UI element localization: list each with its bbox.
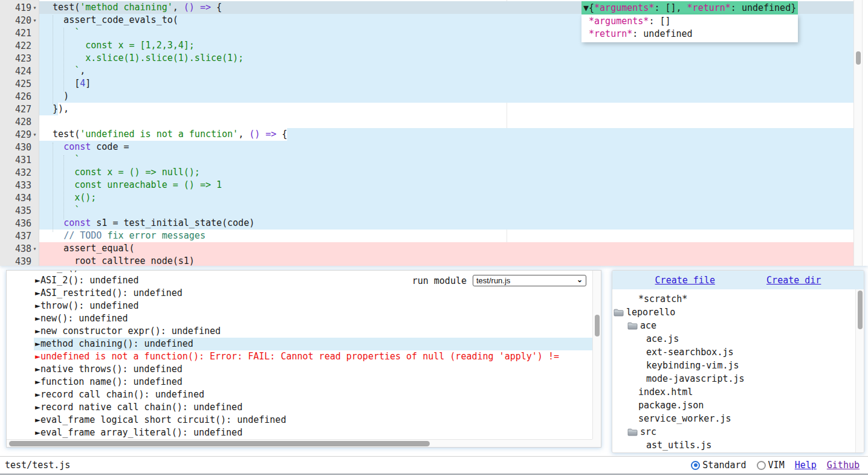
gutter-line: 424 — [0, 65, 39, 77]
value-tooltip-entry[interactable]: *return*: undefined — [583, 28, 794, 40]
file-tree-file[interactable]: keybinding-vim.js — [612, 359, 855, 372]
radio-selected-icon[interactable] — [691, 461, 700, 470]
editor-line[interactable]: }), — [0, 103, 853, 115]
editor-line-text: }), — [42, 103, 69, 115]
file-tree-label: service_worker.js — [638, 413, 731, 424]
test-result-row[interactable]: ►ASI_restrited(): undefined — [7, 287, 592, 300]
file-tree-scrollbar[interactable] — [855, 289, 864, 452]
editor-line-text: const x = () => null(); — [42, 166, 200, 179]
editor-line[interactable]: // TODO fix error messages — [0, 230, 853, 242]
editor-line[interactable]: const s1 = test_initial_state(code) — [0, 217, 853, 230]
editor-line[interactable]: `, — [0, 65, 853, 77]
gutter-line: 439 — [0, 255, 39, 266]
value-tooltip-entry[interactable]: *arguments*: [] — [583, 15, 794, 28]
line-number: 439 — [15, 256, 31, 266]
editor-line[interactable]: const unreachable = () => 1 — [0, 179, 853, 191]
test-result-row[interactable]: ►record call chain(): undefined — [7, 388, 592, 401]
results-vscrollbar-thumb[interactable] — [595, 315, 600, 336]
run-module-select[interactable]: test/run.js ⌄ — [473, 275, 586, 286]
editor-line[interactable]: test('undefined is not a function', () =… — [0, 128, 853, 141]
create-dir-link[interactable]: Create dir — [766, 275, 821, 286]
test-result-row[interactable]: ►throw(): undefined — [7, 300, 592, 312]
test-result-row[interactable]: ►new constructor expr(): undefined — [7, 325, 592, 338]
value-tooltip-header[interactable]: ▼{*arguments*: [], *return*: undefined} — [581, 1, 798, 14]
help-link[interactable]: Help — [795, 460, 817, 471]
test-result-row[interactable]: ►undefined is not a function(): Error: F… — [7, 350, 592, 363]
file-tree-file[interactable]: package.json — [612, 399, 855, 412]
file-tree-folder[interactable]: leporello — [612, 306, 855, 319]
keybinding-vim-label: VIM — [768, 460, 785, 471]
value-tooltip: ▼{*arguments*: [], *return*: undefined} … — [581, 1, 798, 42]
results-hscrollbar-thumb[interactable] — [9, 441, 430, 446]
line-number: 422 — [15, 40, 31, 51]
editor-line-text: // TODO fix error messages — [42, 230, 206, 242]
indent-guide — [53, 143, 53, 232]
gutter-line: 435 — [0, 204, 39, 217]
file-tree-file[interactable]: ast_utils.js — [612, 439, 855, 451]
gutter-line: 425 — [0, 77, 39, 90]
fold-arrow-icon[interactable]: ▾ — [31, 131, 38, 138]
status-bar: test/test.js Standard VIM Help Github — [0, 456, 868, 475]
create-file-link[interactable]: Create file — [655, 275, 715, 286]
test-result-row[interactable]: ►method chaining(): undefined — [7, 338, 592, 350]
line-number: 429 — [15, 129, 31, 140]
editor-line[interactable]: const x = () => null(); — [0, 166, 853, 179]
keybinding-standard-option[interactable]: Standard — [691, 460, 746, 471]
line-number: 427 — [15, 104, 31, 115]
editor-line[interactable]: ` — [0, 204, 853, 217]
file-tree-file[interactable]: ext-searchbox.js — [612, 346, 855, 359]
editor-line-text: const unreachable = () => 1 — [42, 179, 222, 191]
test-result-row[interactable]: ►function name(): undefined — [7, 376, 592, 388]
line-number: 430 — [15, 142, 31, 153]
file-tree-folder[interactable]: src — [612, 425, 855, 439]
results-vertical-scrollbar[interactable] — [592, 271, 601, 439]
file-tree-file[interactable]: service_worker.js — [612, 412, 855, 425]
editor-vertical-scrollbar[interactable] — [853, 0, 863, 266]
results-horizontal-scrollbar[interactable] — [7, 439, 592, 447]
value-tooltip-body: *arguments*: [] *return*: undefined — [581, 14, 798, 42]
file-tree-folder[interactable]: ace — [612, 319, 855, 332]
file-tree-label: package.json — [638, 400, 704, 411]
keybinding-vim-option[interactable]: VIM — [757, 460, 785, 471]
editor-line[interactable]: ) — [0, 90, 853, 103]
editor-line-text: test('method chaining', () => { — [42, 1, 222, 14]
file-tree-file[interactable]: mode-javascript.js — [612, 372, 855, 385]
code-editor[interactable]: test('method chaining', () => { assert_c… — [0, 0, 868, 266]
test-result-row[interactable]: ►eval_frame logical short circuit(): und… — [7, 414, 592, 426]
fold-arrow-icon[interactable]: ▾ — [31, 4, 38, 11]
file-tree-file[interactable]: *scratch* — [612, 292, 855, 306]
file-tree-scrollbar-thumb[interactable] — [858, 291, 863, 329]
file-tree-file[interactable]: ace.js — [612, 332, 855, 346]
editor-line[interactable]: assert_equal( — [0, 242, 853, 255]
editor-line[interactable]: x.slice(1).slice(1).slice(1); — [0, 52, 853, 65]
file-tree-file[interactable]: index.html — [612, 385, 855, 399]
gutter-line: 419▾ — [0, 1, 39, 14]
editor-line-text: [4] — [42, 77, 91, 90]
test-result-row[interactable]: ►record native call chain(): undefined — [7, 401, 592, 414]
editor-line[interactable]: x(); — [0, 191, 853, 204]
radio-unselected-icon[interactable] — [757, 461, 766, 470]
fold-arrow-icon[interactable]: ▾ — [31, 245, 38, 252]
file-tree-label: ext-searchbox.js — [646, 347, 734, 358]
test-result-row[interactable]: ►native throws(): undefined — [7, 363, 592, 376]
gutter-line: 434 — [0, 191, 39, 204]
editor-line[interactable] — [0, 115, 853, 128]
gutter-line: 430 — [0, 141, 39, 153]
gutter-line: 421 — [0, 27, 39, 39]
editor-line-text: test('undefined is not a function', () =… — [42, 128, 287, 141]
editor-line-text: const code = — [42, 141, 129, 153]
line-number: 419 — [15, 2, 31, 13]
editor-line[interactable]: [4] — [0, 77, 853, 90]
folder-icon — [627, 321, 638, 330]
editor-scrollbar-thumb[interactable] — [856, 51, 861, 65]
line-number: 426 — [15, 91, 31, 102]
editor-line[interactable]: const code = — [0, 141, 853, 153]
fold-arrow-icon[interactable]: ▾ — [31, 17, 38, 24]
test-result-row[interactable]: ►eval_frame array_literal(): undefined — [7, 426, 592, 439]
editor-line[interactable]: ` — [0, 153, 853, 166]
github-link[interactable]: Github — [827, 460, 860, 471]
keybinding-standard-label: Standard — [702, 460, 746, 471]
test-result-row[interactable]: ►ASI_1(): undefined — [7, 270, 592, 274]
test-result-row[interactable]: ►new(): undefined — [7, 312, 592, 325]
editor-line[interactable]: root_calltree_node(s1) — [0, 255, 853, 266]
